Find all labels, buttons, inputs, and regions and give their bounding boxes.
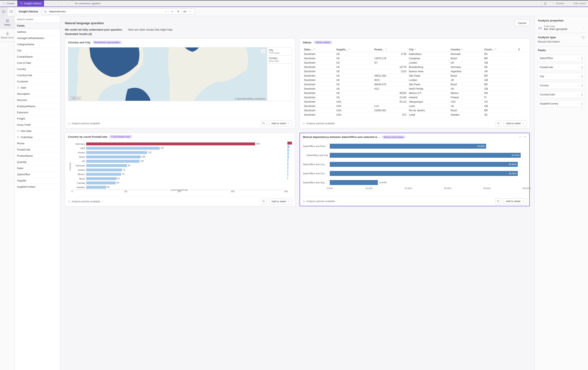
field-item[interactable]: Phone bbox=[15, 140, 60, 147]
explore-button[interactable] bbox=[261, 121, 267, 126]
more-button[interactable] bbox=[524, 135, 526, 139]
field-item[interactable]: Date bbox=[15, 85, 60, 91]
right-panel-toggle[interactable] bbox=[7, 7, 15, 16]
bar-row[interactable]: UK107 bbox=[72, 159, 286, 163]
assets-dropdown[interactable]: Assets bbox=[0, 0, 17, 6]
table-header[interactable]: Supplie… bbox=[335, 47, 373, 52]
field-item[interactable]: Supplier bbox=[15, 178, 60, 184]
step-back-button[interactable] bbox=[51, 0, 58, 6]
field-chip[interactable]: SalesOffice bbox=[537, 55, 585, 62]
clear-question-button[interactable] bbox=[163, 10, 169, 13]
table-header[interactable]: C bbox=[517, 47, 527, 52]
bar-row[interactable]: Denmark82 bbox=[72, 164, 286, 167]
bookmarks-button[interactable] bbox=[541, 0, 549, 6]
bar-row[interactable]: Mexico70 bbox=[72, 172, 286, 176]
map-visual[interactable]: 5000 km © OpenStreetMap contributors bbox=[68, 48, 267, 101]
bar-row[interactable]: Canada59 bbox=[72, 181, 286, 185]
field-chip[interactable]: CountryCode bbox=[537, 91, 585, 98]
values-table[interactable]: Sales…Supplie…Postal…CityCountryCount…C … bbox=[303, 47, 527, 117]
field-item[interactable]: ContactName bbox=[15, 54, 60, 60]
field-item[interactable]: SupplierContact bbox=[15, 184, 60, 190]
analysis-periods-link[interactable]: Analysis periods available bbox=[68, 200, 104, 203]
explore-button[interactable] bbox=[261, 199, 267, 205]
table-row[interactable]: StockholmUK1010Buenos AiresArgentinaAR bbox=[303, 69, 527, 74]
submit-question-button[interactable] bbox=[169, 10, 175, 13]
mi-bar-row[interactable]: SalesOffice and CountryCo…95.62% bbox=[303, 171, 526, 176]
edit-sheet-button[interactable]: Edit sheet bbox=[567, 0, 588, 6]
field-chip[interactable]: City bbox=[537, 73, 585, 80]
fullscreen-button[interactable] bbox=[519, 135, 522, 139]
add-to-sheet-button[interactable]: Add to sheet bbox=[269, 121, 292, 126]
sheets-dropdown[interactable]: Sheets bbox=[549, 0, 567, 6]
table-row[interactable]: StockholmUSALU1LutonUKGB bbox=[303, 104, 527, 108]
analysis-periods-link[interactable]: Analysis periods available bbox=[303, 200, 339, 203]
explore-button[interactable] bbox=[495, 198, 501, 204]
rail-fields[interactable]: Fields bbox=[0, 16, 15, 29]
field-item[interactable]: ProductName bbox=[15, 153, 60, 159]
table-row[interactable]: StockholmUK21240HelsinkiFinlandFI bbox=[303, 95, 527, 100]
field-item[interactable]: EmployeeName bbox=[15, 103, 60, 109]
country-bar-chart[interactable]: Country Germany338USA147France122Brazil1… bbox=[68, 142, 292, 191]
field-item[interactable]: Hire Date bbox=[15, 128, 60, 134]
chart-type-row[interactable]: Chart type Bar chart (grouped) bbox=[535, 24, 588, 33]
add-to-sheet-button[interactable]: Add to sheet bbox=[269, 199, 292, 205]
clear-selections-button[interactable] bbox=[65, 0, 72, 6]
field-item[interactable]: AverageCallSatisfaction bbox=[15, 35, 60, 41]
field-item[interactable]: Country bbox=[15, 66, 60, 72]
field-item[interactable]: Cost of Sale bbox=[15, 60, 60, 66]
field-item[interactable]: CategoryName bbox=[15, 41, 60, 48]
bar-row[interactable]: Brazil109 bbox=[72, 155, 286, 159]
field-item[interactable]: Customer bbox=[15, 78, 60, 85]
rail-master-items[interactable]: Master items bbox=[0, 29, 15, 42]
table-row[interactable]: StockholmUK04521-000São PauloBrazilBR bbox=[303, 74, 527, 78]
smart-search-button[interactable] bbox=[44, 0, 51, 6]
analysis-periods-link[interactable]: Analysis periods available bbox=[68, 122, 100, 125]
mi-bar-row[interactable]: SalesOffice and Country95.62% bbox=[303, 162, 526, 167]
field-chip[interactable]: SupplierCountry bbox=[537, 100, 585, 107]
mi-bar-row[interactable]: SalesOffice and PostalCode79.50% bbox=[303, 144, 526, 149]
table-row[interactable]: StockholmUK08440-070São PauloBrazilBR bbox=[303, 82, 527, 87]
bar-row[interactable]: Ireland72 bbox=[72, 168, 286, 172]
field-item[interactable]: Discount bbox=[15, 97, 60, 103]
voice-input-button[interactable] bbox=[175, 10, 181, 13]
bar-row[interactable]: USA147 bbox=[72, 146, 286, 150]
table-row[interactable]: StockholmUKN7LondonUKGB bbox=[303, 61, 527, 65]
field-item[interactable]: Description bbox=[15, 91, 60, 97]
bar-row[interactable]: Germany338 bbox=[72, 142, 286, 146]
field-item[interactable]: City bbox=[15, 48, 60, 54]
table-row[interactable]: StockholmUK1734KøbenhavnDenmarkDK bbox=[303, 52, 527, 56]
mi-bar-row[interactable]: SalesOffice and City97.07% bbox=[303, 153, 526, 158]
table-row[interactable]: StockholmUSA22050-002Rio de JaneiroBrazi… bbox=[303, 108, 527, 113]
left-panel-toggle[interactable] bbox=[0, 7, 7, 16]
cancel-button[interactable]: Cancel bbox=[514, 20, 530, 26]
table-row[interactable]: StockholmUK13070-178CampinasBrazilBR bbox=[303, 56, 527, 61]
table-header[interactable]: Country bbox=[449, 47, 483, 52]
field-item[interactable]: CountryCode bbox=[15, 72, 60, 78]
table-row[interactable]: StockholmUKW1SLondonUKGB bbox=[303, 78, 527, 82]
insight-advisor-chip[interactable]: Insight Advisor bbox=[17, 0, 44, 6]
bar-row[interactable]: Spain61 bbox=[72, 177, 286, 180]
field-chip[interactable]: Country bbox=[537, 82, 585, 89]
table-row[interactable]: StockholmUSA972LuleåSwedenSE bbox=[303, 113, 527, 117]
add-to-sheet-button[interactable]: Add to sheet bbox=[503, 198, 527, 204]
table-row[interactable]: StockholmUSA87110AlbuquerqueUSAUS bbox=[303, 100, 527, 104]
analysis-periods-link[interactable]: Analysis periods available bbox=[302, 122, 335, 125]
explore-button[interactable] bbox=[496, 121, 501, 126]
help-icon[interactable] bbox=[582, 36, 585, 39]
field-item[interactable]: PostalCode bbox=[15, 147, 60, 153]
field-item[interactable]: Sales bbox=[15, 165, 60, 171]
mi-bar-chart[interactable]: SalesOffice and PostalCode79.50%SalesOff… bbox=[303, 142, 526, 191]
table-header[interactable]: City bbox=[408, 47, 449, 52]
mi-bar-row[interactable]: SalesOffice and SupplierC…24.44% bbox=[303, 180, 526, 185]
table-header[interactable]: Postal… bbox=[373, 47, 408, 52]
table-header[interactable]: Count… bbox=[483, 47, 517, 52]
field-item[interactable]: Address bbox=[15, 29, 60, 35]
field-chip[interactable]: PostalCode bbox=[537, 64, 585, 71]
table-header[interactable]: Sales… bbox=[303, 47, 335, 52]
map-reset-button[interactable] bbox=[261, 49, 265, 54]
field-item[interactable]: OrderDate bbox=[15, 134, 60, 140]
question-input[interactable] bbox=[49, 10, 163, 13]
search-assets-input[interactable] bbox=[15, 16, 60, 22]
table-row[interactable]: StockholmUKHU1North FerribyUKGB bbox=[303, 87, 527, 91]
language-selector[interactable]: en bbox=[181, 9, 195, 14]
